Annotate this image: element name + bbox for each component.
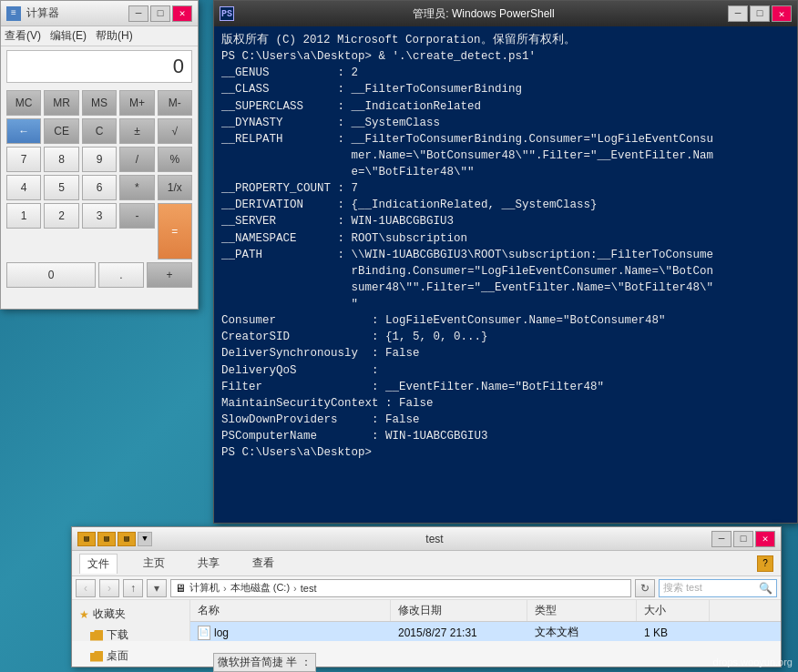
calc-row-clear: ← CE C ± √: [6, 118, 192, 144]
file-type-cell: 文本文档: [527, 622, 637, 641]
nav-up-button[interactable]: ↑: [123, 579, 143, 597]
ribbon-tab-file[interactable]: 文件: [79, 554, 118, 574]
calc-5-button[interactable]: 5: [44, 175, 78, 200]
ps-line: CreatorSID : {1, 5, 0, 0...}: [221, 329, 790, 345]
folder-icon-desktop: [90, 651, 103, 662]
col-name[interactable]: 名称: [190, 600, 391, 621]
calc-menubar: 查看(V) 编辑(E) 帮助(H): [1, 26, 198, 46]
calc-sign-button[interactable]: ±: [119, 118, 154, 144]
powershell-window: PS 管理员: Windows PowerShell ─ □ ✕ 版权所有 (C…: [213, 0, 798, 524]
ps-line: ": [221, 296, 790, 312]
calc-9-button[interactable]: 9: [82, 147, 117, 172]
calc-minimize-button[interactable]: ─: [128, 5, 148, 22]
ribbon-tab-view[interactable]: 查看: [245, 554, 281, 573]
address-computer: 计算机: [189, 581, 220, 595]
ps-close-button[interactable]: ✕: [772, 5, 792, 22]
nav-forward-button[interactable]: ›: [99, 579, 119, 597]
calc-mplus-button[interactable]: M+: [119, 90, 154, 116]
col-date[interactable]: 修改日期: [391, 600, 527, 621]
calc-maximize-button[interactable]: □: [150, 5, 170, 22]
file-name-cell: 📄 log: [190, 623, 391, 642]
ps-line: __PATH : \\WIN-1UABCGBGIU3\ROOT\subscrip…: [221, 247, 790, 263]
calc-inv-button[interactable]: 1/x: [158, 175, 192, 200]
ps-titlebar: PS 管理员: Windows PowerShell ─ □ ✕: [214, 1, 797, 26]
ps-maximize-button[interactable]: □: [750, 5, 770, 22]
ps-minimize-button[interactable]: ─: [728, 5, 748, 22]
calc-buttons: MC MR MS M+ M- ← CE C ± √ 7 8 9 / % 4: [1, 87, 198, 291]
desktop: ≡ 计算器 ─ □ ✕ 查看(V) 编辑(E) 帮助(H) 0 MC MR MS…: [0, 0, 798, 672]
calc-1-button[interactable]: 1: [6, 203, 41, 229]
col-type[interactable]: 类型: [527, 600, 637, 621]
calc-3-button[interactable]: 3: [82, 203, 117, 229]
explorer-title-icons: ▤ ▤ ▤ ▼: [77, 532, 152, 546]
calc-mr-button[interactable]: MR: [44, 90, 78, 116]
calc-eq-button[interactable]: =: [158, 203, 192, 260]
calc-titlebar: ≡ 计算器 ─ □ ✕: [1, 1, 198, 26]
explorer-maximize-button[interactable]: □: [733, 531, 753, 547]
calc-menu-view[interactable]: 查看(V): [5, 28, 41, 44]
calc-add-button[interactable]: +: [147, 262, 192, 288]
calc-2-button[interactable]: 2: [44, 203, 78, 229]
sidebar-item-desktop[interactable]: 桌面: [72, 646, 189, 667]
ps-line: Filter : __EventFilter.Name="BotFilter48…: [221, 379, 790, 395]
search-box[interactable]: 搜索 test 🔍: [659, 579, 777, 597]
calc-6-button[interactable]: 6: [82, 175, 117, 200]
calc-0-button[interactable]: 0: [6, 262, 96, 288]
ps-line: PS C:\Users\a\Desktop> & '.\create_detec…: [221, 48, 790, 65]
ps-line: sumer48\"".Filter="__EventFilter.Name=\"…: [221, 280, 790, 296]
nav-refresh-button[interactable]: ↻: [635, 579, 655, 597]
calc-7-button[interactable]: 7: [6, 147, 41, 172]
calc-back-button[interactable]: ←: [6, 118, 41, 144]
explorer-body: ★ 收藏夹 下载 桌面 名称 修改日期 类型 大小: [72, 600, 781, 641]
sidebar-item-favorites[interactable]: ★ 收藏夹: [72, 604, 189, 625]
explorer-folder-icon1: ▤: [77, 532, 96, 546]
calc-mul-button[interactable]: *: [119, 175, 154, 200]
ps-title: 管理员: Windows PowerShell: [240, 6, 728, 22]
nav-recent-button[interactable]: ▾: [147, 579, 167, 597]
ps-line: MaintainSecurityContext : False: [221, 395, 790, 412]
nav-back-button[interactable]: ‹: [76, 579, 96, 597]
calc-mminus-button[interactable]: M-: [158, 90, 192, 116]
calc-4-button[interactable]: 4: [6, 175, 41, 200]
explorer-minimize-button[interactable]: ─: [711, 531, 732, 547]
calc-row-789: 7 8 9 / %: [6, 147, 192, 172]
calc-sub-button[interactable]: -: [119, 203, 154, 229]
explorer-nav: ‹ › ↑ ▾ 🖥 计算机 › 本地磁盘 (C:) › test ↻ 搜索 te…: [72, 576, 781, 600]
calc-menu-edit[interactable]: 编辑(E): [50, 28, 87, 44]
explorer-dropdown-icon[interactable]: ▼: [138, 532, 152, 546]
file-date-cell: 2015/8/27 21:31: [391, 624, 527, 642]
explorer-close-button[interactable]: ✕: [755, 531, 775, 547]
table-row[interactable]: 📄 log 2015/8/27 21:31 文本文档 1 KB: [190, 622, 781, 641]
calc-mc-button[interactable]: MC: [6, 90, 41, 116]
calc-8-button[interactable]: 8: [44, 147, 78, 172]
calc-div-button[interactable]: /: [119, 147, 154, 172]
ps-line: DeliverSynchronously : False: [221, 345, 790, 361]
col-size[interactable]: 大小: [637, 600, 710, 621]
file-table-header: 名称 修改日期 类型 大小: [190, 600, 781, 622]
ps-content[interactable]: 版权所有 (C) 2012 Microsoft Corporation。保留所有…: [214, 26, 797, 523]
file-doc-icon: 📄: [198, 626, 210, 640]
calc-row-123: 1 2 3 - =: [6, 203, 192, 260]
calc-ms-button[interactable]: MS: [82, 90, 117, 116]
ps-line: PS C:\Users\a\Desktop>: [221, 444, 790, 461]
search-placeholder: 搜索 test: [663, 581, 702, 595]
ribbon-tab-share[interactable]: 共享: [190, 554, 227, 573]
calc-ce-button[interactable]: CE: [44, 118, 78, 144]
calc-sqrt-button[interactable]: √: [158, 118, 192, 144]
ribbon-help-icon[interactable]: ?: [757, 555, 773, 572]
ribbon-right-icons: ?: [757, 555, 773, 572]
ps-line: __SERVER : WIN-1UABCGBGIU3: [221, 213, 790, 229]
sidebar-item-downloads[interactable]: 下载: [72, 625, 189, 646]
calculator-window: ≡ 计算器 ─ □ ✕ 查看(V) 编辑(E) 帮助(H) 0 MC MR MS…: [0, 0, 199, 310]
calc-menu-help[interactable]: 帮助(H): [96, 28, 133, 44]
folder-icon-downloads: [90, 630, 103, 641]
address-bar[interactable]: 🖥 计算机 › 本地磁盘 (C:) › test: [170, 579, 631, 597]
ribbon-tab-home[interactable]: 主页: [136, 554, 172, 573]
search-icon: 🔍: [759, 582, 772, 595]
explorer-ribbon: 文件 主页 共享 查看 ?: [72, 551, 781, 576]
watermark: drops.wooyun.org: [713, 657, 793, 667]
calc-pct-button[interactable]: %: [158, 147, 192, 172]
calc-c-button[interactable]: C: [82, 118, 117, 144]
calc-dot-button[interactable]: .: [98, 262, 144, 288]
calc-close-button[interactable]: ✕: [172, 5, 192, 22]
